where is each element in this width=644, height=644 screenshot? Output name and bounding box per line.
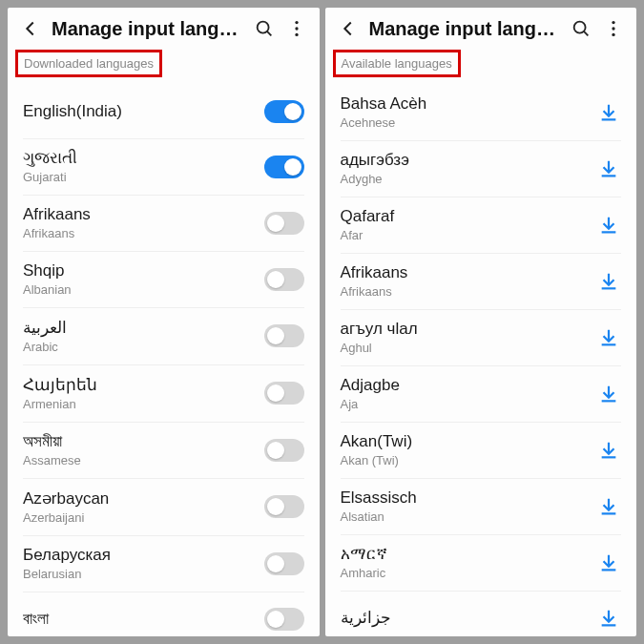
language-name: العربية <box>23 318 264 338</box>
language-subtitle: Adyghe <box>341 172 597 186</box>
language-subtitle: Akan (Twi) <box>341 453 597 467</box>
list-item[interactable]: ՀայերենArmenian <box>8 365 320 422</box>
language-name: Հայերեն <box>23 375 264 395</box>
language-name: Shqip <box>23 261 264 280</box>
svg-point-0 <box>257 22 268 33</box>
section-highlight: Downloaded languages <box>15 50 162 77</box>
language-subtitle: Belarusian <box>23 567 264 581</box>
svg-point-5 <box>574 22 586 33</box>
download-icon[interactable] <box>596 102 621 123</box>
list-item[interactable]: ElsassischAlsatian <box>325 479 637 534</box>
list-item[interactable]: БеларускаяBelarusian <box>8 536 320 592</box>
back-icon[interactable] <box>337 17 360 40</box>
list-item[interactable]: агъул чlалAghul <box>325 310 637 365</box>
search-icon[interactable] <box>570 17 592 40</box>
download-icon[interactable] <box>596 440 621 461</box>
list-item[interactable]: অসমীয়াAssamese <box>8 423 320 478</box>
svg-line-1 <box>266 31 270 35</box>
language-name: Bahsa Acèh <box>341 94 597 114</box>
svg-point-3 <box>295 27 298 30</box>
language-toggle[interactable] <box>264 552 304 575</box>
list-item[interactable]: AdjagbeAja <box>325 366 637 422</box>
more-icon[interactable] <box>285 17 308 40</box>
language-toggle[interactable] <box>264 439 304 462</box>
download-icon[interactable] <box>596 384 621 405</box>
language-toggle[interactable] <box>264 324 304 347</box>
back-icon[interactable] <box>19 17 42 40</box>
language-subtitle: Afrikaans <box>341 284 597 299</box>
language-subtitle: Acehnese <box>341 115 597 130</box>
language-subtitle: Arabic <box>23 340 264 354</box>
language-subtitle: Albanian <box>23 282 264 297</box>
language-toggle[interactable] <box>264 608 304 631</box>
download-icon[interactable] <box>596 158 621 179</box>
list-item[interactable]: English(India) <box>8 85 320 138</box>
language-name: বাংলা <box>23 610 264 629</box>
list-item[interactable]: Akan(Twi)Akan (Twi) <box>325 423 637 478</box>
list-item[interactable]: адыгэбзэAdyghe <box>325 141 637 197</box>
list-item[interactable]: አማርኛAmharic <box>325 535 637 591</box>
language-name: Akan(Twi) <box>341 432 597 451</box>
list-item[interactable]: AzərbaycanAzerbaijani <box>8 479 320 535</box>
list-item[interactable]: العربيةArabic <box>8 308 320 364</box>
download-icon[interactable] <box>596 271 621 292</box>
language-name: Qafaraf <box>341 207 597 226</box>
downloaded-language-list: English(India)ગુજરાતીGujaratiAfrikaansAf… <box>8 85 320 636</box>
list-item[interactable]: Bahsa AcèhAcehnese <box>325 85 637 140</box>
list-item[interactable]: বাংলা <box>8 592 320 636</box>
list-item[interactable]: AfrikaansAfrikaans <box>8 196 320 251</box>
page-title: Manage input langua… <box>369 18 561 40</box>
language-name: অসমীয়া <box>23 432 264 451</box>
language-subtitle: Azerbaijani <box>23 510 264 525</box>
list-item[interactable]: ShqipAlbanian <box>8 252 320 307</box>
search-icon[interactable] <box>253 17 276 40</box>
available-languages-panel: Manage input langua… Available languages… <box>325 8 637 636</box>
list-item[interactable]: جزائرية <box>325 592 637 636</box>
section-label: Available languages <box>342 56 452 71</box>
section-label: Downloaded languages <box>24 56 154 71</box>
language-name: Adjagbe <box>341 376 597 395</box>
header: Manage input langua… <box>8 8 320 46</box>
svg-point-2 <box>295 21 298 24</box>
header: Manage input langua… <box>325 8 637 46</box>
svg-point-8 <box>612 27 614 30</box>
language-name: агъул чlал <box>341 320 597 339</box>
download-icon[interactable] <box>596 608 621 629</box>
language-subtitle: Gujarati <box>23 170 264 184</box>
language-subtitle: Armenian <box>23 397 264 411</box>
language-toggle[interactable] <box>264 268 304 291</box>
svg-line-6 <box>584 31 588 35</box>
language-name: جزائرية <box>341 608 597 628</box>
language-subtitle: Aja <box>341 397 597 411</box>
language-subtitle: Amharic <box>341 566 597 580</box>
list-item[interactable]: AfrikaansAfrikaans <box>325 254 637 309</box>
language-name: Беларуская <box>23 546 264 565</box>
section-highlight: Available languages <box>333 50 461 77</box>
language-toggle[interactable] <box>264 100 304 123</box>
language-subtitle: Afar <box>341 228 597 242</box>
language-toggle[interactable] <box>264 382 304 405</box>
download-icon[interactable] <box>596 496 621 517</box>
svg-point-9 <box>612 33 614 36</box>
language-name: Afrikaans <box>341 263 597 282</box>
download-icon[interactable] <box>596 552 621 573</box>
language-subtitle: Alsatian <box>341 509 597 524</box>
list-item[interactable]: ગુજરાતીGujarati <box>8 139 320 195</box>
downloaded-languages-panel: Manage input langua… Downloaded language… <box>8 8 320 636</box>
language-name: አማርኛ <box>341 545 597 564</box>
list-item[interactable]: QafarafAfar <box>325 197 637 253</box>
language-subtitle: Aghul <box>341 341 597 355</box>
language-toggle[interactable] <box>264 156 304 178</box>
available-language-list: Bahsa AcèhAcehneseадыгэбзэAdygheQafarafA… <box>325 85 637 636</box>
svg-point-7 <box>612 21 614 24</box>
page-title: Manage input langua… <box>52 18 243 40</box>
language-name: Afrikaans <box>23 205 264 224</box>
more-icon[interactable] <box>602 17 625 40</box>
language-subtitle: Assamese <box>23 453 264 467</box>
language-toggle[interactable] <box>264 212 304 235</box>
download-icon[interactable] <box>596 215 621 236</box>
language-name: адыгэбзэ <box>341 151 597 170</box>
download-icon[interactable] <box>596 327 621 348</box>
language-toggle[interactable] <box>264 495 304 518</box>
language-name: English(India) <box>23 102 264 121</box>
